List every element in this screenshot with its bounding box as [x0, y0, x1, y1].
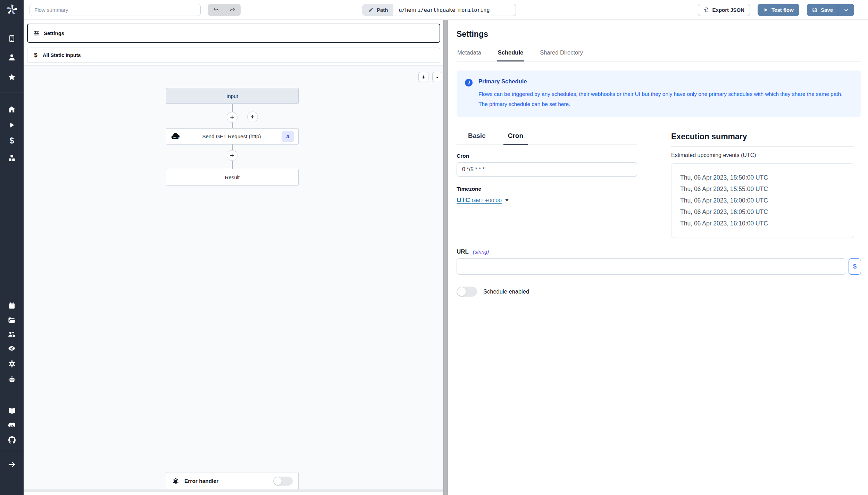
flow-editor-panel: Settings $ All Static Inputs + - Input: [24, 20, 443, 495]
play-icon: [763, 7, 768, 13]
cubes-resources-icon[interactable]: [7, 154, 16, 163]
eye-audit-icon[interactable]: [7, 344, 16, 353]
toggle-knob: [457, 287, 466, 296]
arrow-right-expand-icon[interactable]: [7, 460, 16, 469]
export-icon: [703, 7, 709, 13]
zoom-out-button[interactable]: -: [432, 72, 442, 82]
url-input-row: $: [457, 258, 861, 275]
flow-node-result[interactable]: Result: [166, 169, 299, 185]
github-icon[interactable]: [7, 435, 16, 444]
export-json-label: Export JSON: [712, 7, 745, 13]
book-docs-icon[interactable]: [7, 406, 16, 415]
url-type-hint: (string): [473, 249, 489, 255]
flow-settings-item[interactable]: Settings: [27, 24, 440, 43]
sidebar: $: [0, 0, 24, 495]
tab-shared-directory[interactable]: Shared Directory: [539, 45, 584, 61]
schedule-enabled-label: Schedule enabled: [483, 288, 529, 295]
path-value[interactable]: u/henri/earthquake_monitoring: [393, 4, 516, 16]
settings-panel: Settings Metadata Schedule Shared Direct…: [448, 20, 868, 495]
export-json-button[interactable]: Export JSON: [698, 4, 750, 16]
dollar-icon: $: [33, 52, 39, 59]
sidebar-divider: [0, 451, 24, 451]
error-handler-item[interactable]: Error handler: [166, 472, 299, 490]
caret-down-icon: [505, 199, 509, 201]
canvas-bottom-scrollbar[interactable]: [24, 489, 443, 492]
redo-button[interactable]: [224, 4, 241, 16]
schedule-enabled-toggle[interactable]: [457, 287, 477, 297]
execution-summary-column: Execution summary Estimated upcoming eve…: [671, 132, 854, 238]
plus-icon: [229, 114, 235, 120]
bolt-icon: [250, 114, 256, 120]
topbar-actions: Export JSON Test flow Save: [698, 4, 854, 16]
flow-node-input[interactable]: Input: [166, 88, 299, 104]
path-field: Path u/henri/earthquake_monitoring: [362, 4, 516, 16]
path-label: Path: [377, 7, 388, 13]
play-runs-icon[interactable]: [7, 121, 16, 130]
flow-node-step[interactable]: HTTP Send GET Request (http) a: [166, 128, 299, 145]
save-dropdown-button[interactable]: [838, 4, 854, 16]
tab-cron[interactable]: Cron: [503, 132, 528, 145]
event-line: Thu, 06 Apr 2023, 16:10:00 UTC: [680, 218, 850, 229]
panel-splitter[interactable]: [443, 20, 448, 495]
gear-settings-icon[interactable]: [7, 359, 16, 368]
dollar-variables-icon[interactable]: $: [7, 136, 16, 145]
building-icon[interactable]: [7, 34, 16, 43]
cron-label: Cron: [457, 153, 637, 159]
flow-graph-canvas[interactable]: + - Input HTTP Send G: [24, 65, 443, 492]
all-static-inputs-label: All Static Inputs: [43, 52, 81, 58]
users-gear-groups-icon[interactable]: [7, 330, 16, 339]
event-line: Thu, 06 Apr 2023, 15:50:00 UTC: [680, 172, 850, 183]
save-label: Save: [821, 7, 833, 13]
test-flow-button[interactable]: Test flow: [758, 4, 799, 16]
timezone-label: Timezone: [457, 186, 637, 192]
add-trigger-button[interactable]: [247, 112, 258, 122]
info-body: Flows can be triggered by any schedules,…: [478, 89, 853, 109]
http-cloud-icon: HTTP: [170, 132, 182, 141]
topbar: Path u/henri/earthquake_monitoring Expor…: [24, 0, 868, 20]
divider: [671, 146, 854, 147]
info-title: Primary Schedule: [478, 78, 853, 85]
undo-icon: [213, 7, 219, 13]
error-handler-toggle[interactable]: [273, 477, 293, 486]
windmill-logo-icon[interactable]: [6, 4, 18, 16]
tab-metadata[interactable]: Metadata: [457, 45, 482, 61]
timezone-select[interactable]: UTC GMT +00:00: [457, 196, 509, 204]
save-split-button: Save: [807, 4, 854, 16]
settings-tabs: Metadata Schedule Shared Directory: [457, 45, 861, 61]
settings-panel-title: Settings: [457, 30, 861, 39]
robot-icon[interactable]: [7, 375, 16, 384]
schedule-enabled-row: Schedule enabled: [457, 287, 861, 297]
home-icon[interactable]: [7, 105, 16, 114]
step-label: Send GET Request (http): [182, 133, 282, 139]
event-line: Thu, 06 Apr 2023, 15:55:00 UTC: [680, 183, 850, 195]
url-field-header: URL (string): [457, 248, 861, 255]
user-icon[interactable]: [7, 53, 16, 62]
cron-input[interactable]: [457, 162, 637, 177]
zoom-in-button[interactable]: +: [418, 72, 428, 82]
flow-summary-input[interactable]: [30, 4, 201, 16]
calendar-schedules-icon[interactable]: [7, 301, 16, 310]
all-static-inputs-item[interactable]: $ All Static Inputs: [27, 48, 440, 63]
save-button[interactable]: Save: [807, 4, 838, 16]
add-step-button-2[interactable]: [227, 150, 237, 161]
sidebar-divider: [0, 92, 24, 92]
discord-icon[interactable]: [7, 421, 16, 430]
redo-icon: [229, 7, 236, 13]
timezone-offset: GMT +00:00: [472, 197, 502, 203]
tab-basic[interactable]: Basic: [464, 132, 490, 145]
undo-button[interactable]: [208, 4, 224, 16]
event-line: Thu, 06 Apr 2023, 16:05:00 UTC: [680, 206, 850, 218]
insert-variable-button[interactable]: $: [849, 258, 861, 275]
event-line: Thu, 06 Apr 2023, 16:00:00 UTC: [680, 195, 850, 206]
bug-icon: [172, 477, 180, 485]
plus-icon: [229, 152, 235, 158]
primary-schedule-info-box: i Primary Schedule Flows can be triggere…: [457, 71, 861, 117]
tab-schedule[interactable]: Schedule: [497, 45, 524, 61]
path-edit-button[interactable]: Path: [363, 4, 393, 16]
info-icon: i: [465, 79, 473, 86]
url-input[interactable]: [457, 258, 846, 275]
error-handler-label: Error handler: [184, 478, 268, 484]
folder-icon[interactable]: [7, 316, 16, 325]
add-step-button-1[interactable]: [227, 112, 237, 123]
star-icon[interactable]: [7, 73, 16, 82]
